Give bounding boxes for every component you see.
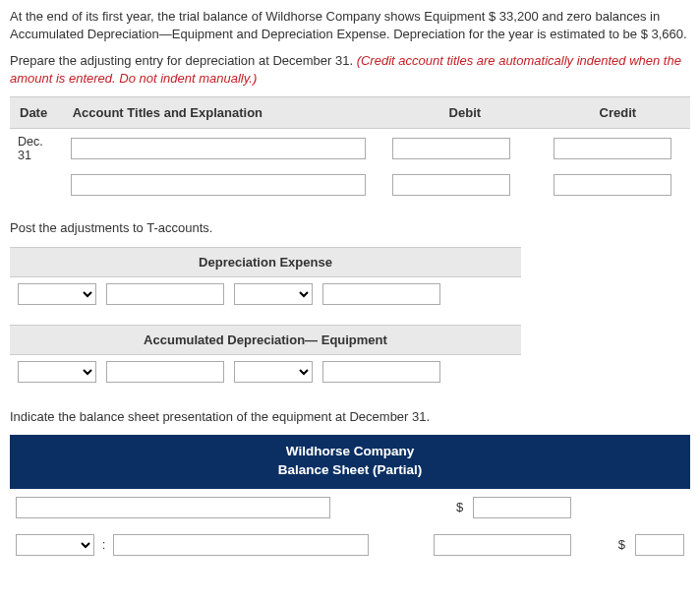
je-date-cell: Dec. 31 <box>10 129 63 169</box>
taccount-2-right-value[interactable] <box>322 361 440 383</box>
balance-intro: Indicate the balance sheet presentation … <box>10 408 690 426</box>
bs-dollar-2: $ <box>616 537 627 552</box>
je-header-credit: Credit <box>546 97 690 129</box>
je-header-account: Account Titles and Explanation <box>63 97 384 129</box>
taccount-1-left-value[interactable] <box>106 283 224 305</box>
bs-line2-label-input[interactable] <box>113 534 368 556</box>
taccount-2-title: Accumulated Depreciation— Equipment <box>10 325 521 355</box>
bs-line2-amount1-input[interactable] <box>434 534 571 556</box>
je-account-input-2[interactable] <box>71 174 366 196</box>
je-row-1: Dec. 31 <box>10 129 690 169</box>
taccount-2-left-select[interactable] <box>18 361 96 383</box>
taccount-1-title: Depreciation Expense <box>10 247 521 277</box>
bs-colon: : <box>102 537 106 552</box>
je-header-debit: Debit <box>384 97 546 129</box>
bs-line1-label-input[interactable] <box>16 497 330 518</box>
taccounts-intro: Post the adjustments to T-accounts. <box>10 219 690 237</box>
taccount-1-right-select[interactable] <box>234 283 313 305</box>
je-header-date: Date <box>10 97 63 129</box>
je-credit-input-2[interactable] <box>554 174 671 196</box>
taccount-2-right-select[interactable] <box>234 361 313 383</box>
intro-para2-plain: Prepare the adjusting entry for deprecia… <box>10 53 357 68</box>
taccount-1-right-value[interactable] <box>322 283 440 305</box>
balance-sheet-header: Wildhorse Company Balance Sheet (Partial… <box>10 435 690 488</box>
je-credit-input-1[interactable] <box>554 138 671 159</box>
bs-row-1: $ <box>10 489 690 526</box>
bs-row-2: : $ <box>10 526 690 564</box>
bs-line2-amount2-input[interactable] <box>635 534 684 556</box>
je-account-input-1[interactable] <box>71 138 366 159</box>
taccount-2-left-value[interactable] <box>106 361 224 383</box>
taccount-2: Accumulated Depreciation— Equipment <box>10 325 521 389</box>
bs-header-line1: Wildhorse Company <box>10 443 690 460</box>
taccount-1: Depreciation Expense <box>10 247 521 311</box>
bs-line2-select[interactable] <box>16 534 94 556</box>
balance-sheet: Wildhorse Company Balance Sheet (Partial… <box>10 435 690 563</box>
je-debit-input-1[interactable] <box>392 138 510 159</box>
intro-paragraph-2: Prepare the adjusting entry for deprecia… <box>10 52 690 87</box>
je-row-2 <box>10 168 690 202</box>
journal-entry-table: Date Account Titles and Explanation Debi… <box>10 96 690 202</box>
taccount-1-left-select[interactable] <box>18 283 96 305</box>
je-debit-input-2[interactable] <box>392 174 510 196</box>
bs-dollar-1: $ <box>454 500 465 514</box>
intro-paragraph-1: At the end of its first year, the trial … <box>10 8 690 42</box>
bs-line1-amount-input[interactable] <box>473 497 571 518</box>
bs-header-line2: Balance Sheet (Partial) <box>10 461 690 479</box>
